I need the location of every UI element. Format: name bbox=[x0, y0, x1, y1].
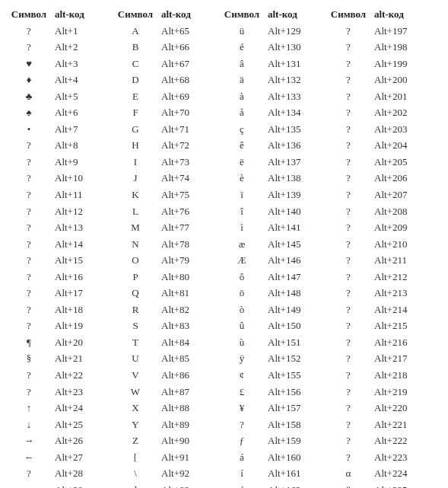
symbol-cell: V bbox=[116, 367, 161, 384]
symbol-cell: ù bbox=[222, 334, 268, 351]
altcode-cell: Alt+222 bbox=[374, 432, 435, 449]
altcode-cell: Alt+27 bbox=[55, 449, 116, 466]
symbol-cell: Z bbox=[116, 432, 161, 449]
altcode-cell: Alt+224 bbox=[374, 465, 435, 482]
symbol-cell: ] bbox=[116, 482, 161, 488]
altcode-cell: Alt+220 bbox=[374, 400, 435, 416]
altcode-cell: Alt+211 bbox=[374, 252, 435, 269]
altcode-cell: Alt+72 bbox=[161, 137, 222, 154]
altcode-cell: Alt+133 bbox=[268, 88, 329, 105]
symbol-cell: ♥ bbox=[9, 56, 55, 72]
symbol-cell: W bbox=[116, 384, 161, 400]
altcode-cell: Alt+203 bbox=[374, 121, 435, 138]
altcode-cell: Alt+7 bbox=[55, 121, 116, 138]
symbol-cell: P bbox=[116, 269, 161, 285]
symbol-cell: [ bbox=[116, 449, 161, 466]
altcode-cell: Alt+86 bbox=[161, 367, 222, 384]
altcode-cell: Alt+134 bbox=[268, 104, 329, 121]
symbol-cell: Y bbox=[116, 416, 161, 433]
altcode-cell: Alt+155 bbox=[268, 367, 329, 384]
altcode-cell: Alt+4 bbox=[55, 72, 116, 88]
altcode-cell: Alt+20 bbox=[55, 334, 116, 351]
altcode-cell: Alt+136 bbox=[268, 137, 329, 154]
altcode-cell: Alt+201 bbox=[374, 88, 435, 105]
symbol-cell: I bbox=[116, 154, 161, 171]
altcode-cell: Alt+25 bbox=[55, 416, 116, 433]
altcode-cell: Alt+73 bbox=[161, 154, 222, 171]
altcode-cell: Alt+15 bbox=[55, 252, 116, 269]
altcode-cell: Alt+78 bbox=[161, 236, 222, 253]
altcode-cell: Alt+210 bbox=[374, 236, 435, 253]
header-symbol: Символ bbox=[9, 6, 55, 23]
altcode-cell: Alt+23 bbox=[55, 384, 116, 400]
symbol-cell: ? bbox=[222, 416, 268, 433]
altcode-cell: Alt+89 bbox=[161, 416, 222, 433]
symbol-cell: ä bbox=[222, 72, 268, 88]
symbol-cell: à bbox=[222, 88, 268, 105]
symbol-cell: ? bbox=[9, 23, 55, 40]
altcode-cell: Alt+197 bbox=[374, 23, 435, 40]
altcode-cell: Alt+5 bbox=[55, 88, 116, 105]
symbol-cell: á bbox=[222, 449, 268, 466]
symbol-cell: ? bbox=[9, 269, 55, 285]
altcode-cell: Alt+6 bbox=[55, 104, 116, 121]
symbol-cell: ¶ bbox=[9, 334, 55, 351]
symbol-cell: Æ bbox=[222, 252, 268, 269]
symbol-cell: ? bbox=[329, 39, 374, 56]
symbol-cell: î bbox=[222, 203, 268, 220]
altcode-cell: Alt+81 bbox=[161, 285, 222, 301]
altcode-cell: Alt+1 bbox=[55, 23, 116, 40]
header-altcode: alt-код bbox=[55, 6, 116, 23]
header-altcode: alt-код bbox=[374, 6, 435, 23]
altcode-cell: Alt+67 bbox=[161, 56, 222, 72]
altcode-cell: Alt+162 bbox=[268, 482, 329, 488]
alt-codes-table: Символalt-кодСимволalt-кодСимволalt-кодС… bbox=[9, 6, 439, 488]
symbol-cell: ? bbox=[329, 400, 374, 416]
symbol-cell: ? bbox=[329, 301, 374, 318]
altcode-cell: Alt+87 bbox=[161, 384, 222, 400]
altcode-cell: Alt+92 bbox=[161, 465, 222, 482]
altcode-cell: Alt+3 bbox=[55, 56, 116, 72]
symbol-cell: ? bbox=[9, 301, 55, 318]
symbol-cell: K bbox=[116, 187, 161, 203]
symbol-cell: R bbox=[116, 301, 161, 318]
altcode-cell: Alt+19 bbox=[55, 317, 116, 334]
symbol-cell: Q bbox=[116, 285, 161, 301]
symbol-cell: ? bbox=[329, 416, 374, 433]
symbol-cell: ? bbox=[9, 154, 55, 171]
altcode-cell: Alt+14 bbox=[55, 236, 116, 253]
symbol-cell: ? bbox=[9, 465, 55, 482]
symbol-cell: O bbox=[116, 252, 161, 269]
altcode-cell: Alt+138 bbox=[268, 170, 329, 187]
symbol-cell: ? bbox=[329, 285, 374, 301]
altcode-cell: Alt+161 bbox=[268, 465, 329, 482]
symbol-cell: ü bbox=[222, 23, 268, 40]
symbol-cell: ? bbox=[329, 137, 374, 154]
symbol-cell: ? bbox=[9, 170, 55, 187]
symbol-cell: ö bbox=[222, 285, 268, 301]
symbol-cell: ? bbox=[9, 285, 55, 301]
symbol-cell: å bbox=[222, 104, 268, 121]
altcode-cell: Alt+130 bbox=[268, 39, 329, 56]
symbol-cell: ? bbox=[329, 236, 374, 253]
symbol-cell: E bbox=[116, 88, 161, 105]
symbol-cell: ò bbox=[222, 301, 268, 318]
altcode-cell: Alt+93 bbox=[161, 482, 222, 488]
altcode-cell: Alt+82 bbox=[161, 301, 222, 318]
altcode-cell: Alt+13 bbox=[55, 219, 116, 236]
symbol-cell: ♠ bbox=[9, 104, 55, 121]
altcode-cell: Alt+151 bbox=[268, 334, 329, 351]
altcode-cell: Alt+132 bbox=[268, 72, 329, 88]
symbol-cell: • bbox=[9, 121, 55, 138]
symbol-cell: H bbox=[116, 137, 161, 154]
symbol-cell: ? bbox=[9, 384, 55, 400]
symbol-cell: → bbox=[9, 432, 55, 449]
altcode-cell: Alt+219 bbox=[374, 384, 435, 400]
symbol-cell: ↔ bbox=[9, 482, 55, 488]
symbol-cell: ? bbox=[329, 350, 374, 367]
altcode-cell: Alt+17 bbox=[55, 285, 116, 301]
altcode-cell: Alt+200 bbox=[374, 72, 435, 88]
altcode-cell: Alt+12 bbox=[55, 203, 116, 220]
altcode-cell: Alt+156 bbox=[268, 384, 329, 400]
altcode-cell: Alt+145 bbox=[268, 236, 329, 253]
